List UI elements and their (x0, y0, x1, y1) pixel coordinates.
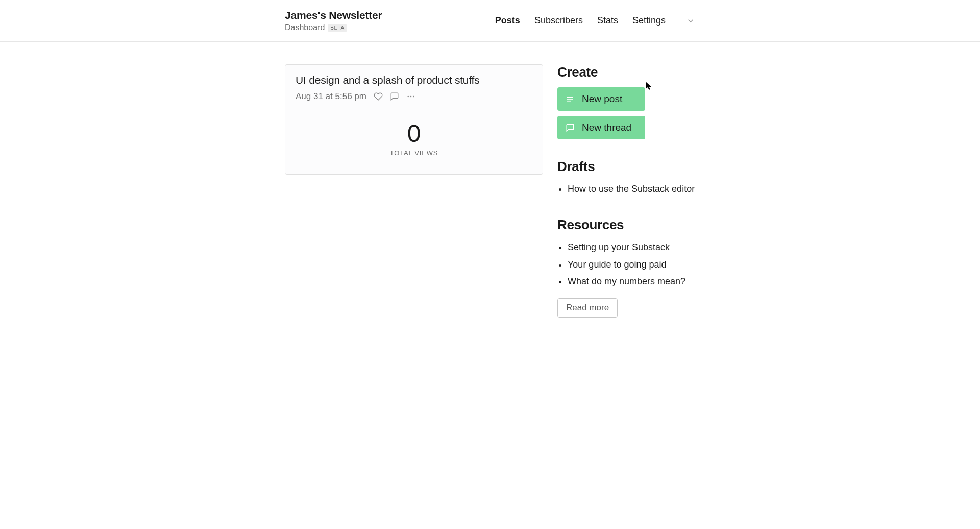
resource-item[interactable]: What do my numbers mean? (568, 273, 695, 290)
create-heading: Create (557, 64, 695, 80)
new-post-button[interactable]: New post (557, 87, 645, 111)
header-left: James's Newsletter Dashboard BETA (285, 9, 382, 32)
heart-icon[interactable] (374, 92, 383, 101)
resource-item[interactable]: Your guide to going paid (568, 256, 695, 273)
post-title: UI design and a splash of product stuffs (296, 74, 532, 86)
svg-point-1 (410, 96, 412, 98)
nav-stats[interactable]: Stats (597, 15, 618, 26)
nav-subscribers[interactable]: Subscribers (534, 15, 583, 26)
beta-badge: BETA (328, 24, 347, 32)
views-value: 0 (296, 122, 532, 146)
thread-icon (566, 123, 575, 132)
views-label: TOTAL VIEWS (296, 149, 532, 157)
site-title: James's Newsletter (285, 9, 382, 21)
resource-item[interactable]: Setting up your Substack (568, 239, 695, 256)
new-post-label: New post (582, 93, 622, 105)
resources-section: Resources Setting up your Substack Your … (557, 217, 695, 318)
new-thread-button[interactable]: New thread (557, 116, 645, 139)
dashboard-label: Dashboard (285, 23, 325, 32)
resources-heading: Resources (557, 217, 695, 233)
post-card[interactable]: UI design and a splash of product stuffs… (285, 64, 543, 175)
nav-posts[interactable]: Posts (495, 15, 520, 26)
svg-point-2 (413, 96, 414, 98)
read-more-button[interactable]: Read more (557, 298, 618, 318)
chevron-down-icon[interactable] (686, 16, 695, 26)
header: James's Newsletter Dashboard BETA Posts … (0, 0, 980, 42)
post-icon (566, 94, 575, 104)
comment-icon[interactable] (390, 92, 399, 101)
create-section: Create New post New thread (557, 64, 695, 139)
nav-settings[interactable]: Settings (632, 15, 666, 26)
more-icon[interactable] (406, 92, 415, 101)
main-nav: Posts Subscribers Stats Settings (495, 15, 695, 26)
post-date: Aug 31 at 5:56 pm (296, 91, 366, 102)
svg-point-0 (407, 96, 409, 98)
new-thread-label: New thread (582, 122, 631, 133)
drafts-heading: Drafts (557, 159, 695, 175)
drafts-section: Drafts How to use the Substack editor (557, 159, 695, 198)
draft-item[interactable]: How to use the Substack editor (568, 181, 695, 198)
